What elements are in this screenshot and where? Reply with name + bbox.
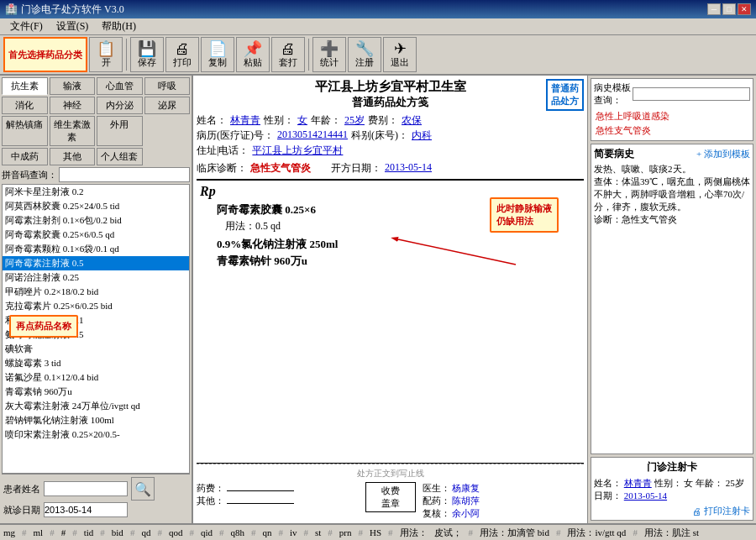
- template-item-2[interactable]: 急性支气管炎: [594, 123, 750, 138]
- tab-analgesic[interactable]: 解热镇痛: [2, 116, 48, 146]
- tab-respiratory[interactable]: 呼吸: [144, 77, 191, 95]
- status-skintest: 皮试；: [434, 527, 462, 539]
- maximize-button[interactable]: □: [722, 3, 736, 15]
- other-row: 其他：: [197, 495, 359, 507]
- tab-cardio[interactable]: 心血管: [97, 77, 143, 95]
- drug-list[interactable]: 阿米卡星注射液 0.2 阿莫西林胶囊 0.25×24/0.5 tid 阿霉素注射…: [2, 184, 190, 474]
- patient-date-input[interactable]: [44, 502, 128, 517]
- inj-gender-value: 女: [684, 478, 693, 488]
- tab-antibiotics[interactable]: 抗生素: [2, 77, 48, 95]
- template-search-input[interactable]: [633, 87, 750, 101]
- menu-file[interactable]: 文件(F): [3, 18, 50, 34]
- footer-sep-label: 处方正文到写止线: [197, 468, 584, 480]
- minimize-button[interactable]: ─: [707, 3, 721, 15]
- save-button[interactable]: 💾 保存: [130, 37, 164, 72]
- status-qod[interactable]: qod: [169, 527, 183, 537]
- patient-name-label: 患者姓名: [3, 483, 40, 495]
- paste-button[interactable]: 📌 粘贴: [236, 37, 270, 72]
- rx-drug-3: 青霉素钠针 960万u: [217, 254, 580, 269]
- print-button[interactable]: 🖨 打印: [165, 37, 199, 72]
- main-layout: 抗生素 输液 心血管 呼吸 消化 神经 内分泌 泌尿 解热镇痛 维生素激素 外用…: [0, 76, 756, 523]
- status-iv[interactable]: iv: [290, 527, 297, 537]
- settings-icon: 🔧: [355, 41, 374, 56]
- list-item[interactable]: 螺旋霉素 3 tid: [3, 356, 189, 370]
- app-icon: 🏥: [5, 3, 18, 16]
- tab-endocrine[interactable]: 内分泌: [97, 97, 143, 114]
- print-icon: 🖨: [692, 506, 701, 516]
- tab-neuro[interactable]: 神经: [50, 97, 96, 114]
- fee-value: [227, 490, 294, 491]
- print-inject-button[interactable]: 🖨 打印注射卡: [594, 505, 750, 517]
- drug-category-row3: 解热镇痛 维生素激素 外用: [2, 116, 190, 146]
- injection-info: 姓名： 林青青 性别： 女 年龄： 25岁 日期： 2013-05-14: [594, 477, 750, 502]
- list-item[interactable]: 青霉素钠 960万u: [3, 385, 189, 399]
- status-qd[interactable]: qd: [141, 527, 150, 537]
- copy-icon: 📄: [208, 41, 227, 56]
- id-value[interactable]: 20130514214441: [277, 128, 348, 143]
- tab-other[interactable]: 其他: [50, 148, 96, 165]
- status-qn[interactable]: qn: [262, 527, 271, 537]
- tab-personal[interactable]: 个人组套: [97, 148, 143, 165]
- exit-button[interactable]: ✈ 退出: [383, 37, 417, 72]
- tab-urinary[interactable]: 泌尿: [144, 97, 191, 114]
- status-mg[interactable]: mg: [3, 527, 15, 537]
- list-item[interactable]: 喷印宋素注射液 0.25×20/0.5-: [3, 427, 189, 442]
- patient-name-input[interactable]: [44, 481, 128, 496]
- list-item[interactable]: 碘软膏: [3, 342, 189, 356]
- list-item[interactable]: 阿霉素注射剂 0.1×6包/0.2 bid: [3, 213, 189, 228]
- status-hash[interactable]: #: [61, 527, 66, 537]
- exit-icon: ✈: [394, 41, 407, 56]
- list-item-selected[interactable]: 阿奇霉素注射液 0.5: [3, 256, 189, 270]
- list-item[interactable]: 阿米卡星注射液 0.2: [3, 185, 189, 199]
- rx-badge: 普通药 品处方: [546, 79, 584, 111]
- status-hs[interactable]: HS: [370, 527, 381, 537]
- close-button[interactable]: ✕: [738, 3, 751, 15]
- overprint-button[interactable]: 🖨 套打: [271, 37, 305, 72]
- list-item[interactable]: 阿诺治注射液 0.25: [3, 270, 189, 285]
- list-item[interactable]: 甲硝唑片 0.2×18/0.2 bid: [3, 285, 189, 299]
- tab-topical[interactable]: 外用: [97, 116, 143, 146]
- window-title: 门诊电子处方软件 V3.0: [21, 3, 124, 17]
- patient-info-row3: 住址|电话： 平江县上坊乡宜平村: [197, 144, 584, 158]
- new-rx-button[interactable]: 📋 开: [89, 37, 123, 72]
- template-item-1[interactable]: 急性上呼吸道感染: [594, 109, 750, 123]
- injection-card-title: 门诊注射卡: [594, 460, 750, 474]
- rx-footer: 处方正文到写止线 药费： 其他： 收费 盖章: [197, 464, 584, 520]
- copy-button[interactable]: 📄 复制: [201, 37, 234, 72]
- patient-date-label: 就诊日期: [3, 504, 40, 516]
- menu-help[interactable]: 帮助(H): [95, 18, 143, 34]
- list-item[interactable]: 克拉霉素片 0.25×6/0.25 bid: [3, 299, 189, 313]
- list-item[interactable]: 阿奇霉素颗粒 0.1×6袋/0.1 qd: [3, 242, 189, 256]
- rx-header: 平江县上坊乡宜平村卫生室 普通药品处方笺 普通药 品处方: [197, 79, 584, 110]
- status-bid[interactable]: bid: [112, 527, 123, 537]
- drug-search-input[interactable]: [59, 167, 190, 182]
- left-panel: 抗生素 输液 心血管 呼吸 消化 神经 内分泌 泌尿 解热镇痛 维生素激素 外用…: [0, 76, 193, 523]
- status-prn[interactable]: prn: [339, 527, 352, 537]
- list-item[interactable]: 灰大霉素注射液 24万单位/ivgtt qd: [3, 399, 189, 413]
- tab-chinese[interactable]: 中成药: [2, 148, 48, 165]
- tab-digestion[interactable]: 消化: [2, 97, 48, 114]
- expense-label: 费别：: [368, 113, 398, 128]
- settings-tool-button[interactable]: 🔧 注册: [348, 37, 381, 72]
- patient-query-button[interactable]: 🔍: [131, 477, 155, 501]
- stats-button[interactable]: ➕ 统计: [312, 37, 346, 72]
- list-item[interactable]: 碧钠钾氯化钠注射液 100ml: [3, 413, 189, 427]
- status-ml[interactable]: ml: [34, 527, 44, 537]
- list-item[interactable]: 诺氟沙星 0.1×12/0.4 bid: [3, 370, 189, 385]
- tab-vitamins[interactable]: 维生素激素: [50, 116, 96, 146]
- list-item[interactable]: 阿奇霉素胶囊 0.25×6/0.5 qd: [3, 228, 189, 242]
- history-section: 简要病史 + 添加到模板 发热、咳嗽、咳痰2天。 查体：体温39℃，咽充血，两侧…: [591, 144, 753, 454]
- patient-name-value[interactable]: 林青青: [230, 113, 260, 128]
- status-tid[interactable]: tid: [84, 527, 94, 537]
- date-label: 开方日期：: [331, 161, 381, 176]
- menu-settings[interactable]: 设置(S): [50, 18, 96, 34]
- status-q8h[interactable]: q8h: [230, 527, 244, 537]
- status-qid[interactable]: qid: [201, 527, 213, 537]
- history-content: 发热、咳嗽、咳痰2天。 查体：体温39℃，咽充血，两侧扁桃体不肿大，两肺呼吸音增…: [594, 163, 750, 226]
- add-template-button[interactable]: + 添加到模板: [696, 148, 750, 160]
- list-item[interactable]: 阿莫西林胶囊 0.25×24/0.5 tid: [3, 199, 189, 213]
- status-st[interactable]: st: [315, 527, 321, 537]
- drug-tooltip: 再点药品名称: [9, 315, 78, 338]
- menu-bar: 文件(F) 设置(S) 帮助(H): [0, 18, 756, 35]
- tab-infusion[interactable]: 输液: [50, 77, 96, 95]
